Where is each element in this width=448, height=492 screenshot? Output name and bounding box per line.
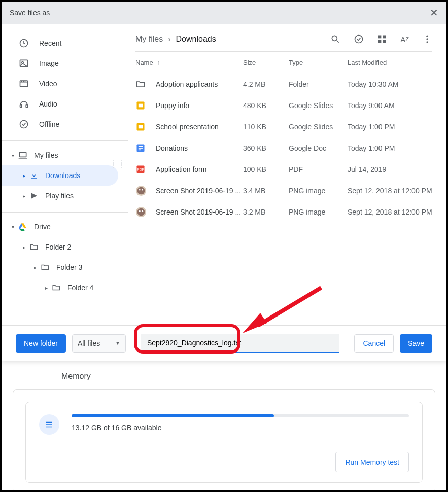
svg-rect-13 xyxy=(378,36,382,39)
file-size: 480 KB xyxy=(243,101,289,110)
file-type-filter[interactable]: All files ▼ xyxy=(72,334,126,353)
memory-progress xyxy=(72,414,409,417)
file-row[interactable]: Screen Shot 2019-06-19 ...3.2 MBPNG imag… xyxy=(128,201,446,223)
svg-rect-10 xyxy=(19,152,26,157)
svg-point-11 xyxy=(332,36,337,41)
audio-icon xyxy=(19,99,29,109)
filename-input[interactable] xyxy=(141,334,339,353)
offline-icon xyxy=(19,119,29,129)
sidebar-item-playfiles[interactable]: ▸ Play files xyxy=(2,186,128,206)
sidebar-item-audio[interactable]: Audio xyxy=(2,94,128,114)
column-type[interactable]: Type xyxy=(289,59,348,66)
folder-icon xyxy=(40,262,50,272)
file-modified: Today 10:30 AM xyxy=(348,80,432,88)
checkmark-circle-icon[interactable] xyxy=(354,34,364,44)
sidebar-item-image[interactable]: Image xyxy=(2,53,128,74)
file-row[interactable]: Screen Shot 2019-06-19 ...3.4 MBPNG imag… xyxy=(128,180,446,201)
download-icon xyxy=(29,170,39,181)
column-modified[interactable]: Last Modified xyxy=(348,59,432,66)
file-type: Google Slides xyxy=(289,123,348,131)
thumb-icon xyxy=(135,206,156,218)
file-row[interactable]: PDFApplication form100 KBPDFJul 14, 2019 xyxy=(128,159,446,180)
more-icon[interactable] xyxy=(422,34,432,44)
svg-point-35 xyxy=(137,208,145,216)
svg-point-19 xyxy=(426,41,428,43)
file-name: School presentation xyxy=(156,123,243,131)
file-modified: Sept 12, 2018 at 12:00 PM xyxy=(348,187,432,195)
sidebar-item-label: Downloads xyxy=(45,171,80,180)
sidebar-item-video[interactable]: Video xyxy=(2,74,128,94)
svg-rect-25 xyxy=(139,146,143,147)
file-row[interactable]: Puppy info480 KBGoogle SlidesToday 9:00 … xyxy=(128,95,446,116)
sidebar-item-label: Folder 4 xyxy=(67,284,93,292)
resize-handle[interactable]: ⋮⋮⋮⋮ xyxy=(110,161,126,167)
sort-az-icon[interactable]: AZ xyxy=(400,34,409,44)
image-icon xyxy=(19,58,29,68)
file-row[interactable]: Adoption applicants4.2 MBFolderToday 10:… xyxy=(128,74,446,95)
column-size[interactable]: Size xyxy=(243,59,289,66)
run-memory-test-button[interactable]: Run Memory test xyxy=(335,452,409,472)
save-button[interactable]: Save xyxy=(400,334,432,353)
file-modified: Today 1:00 PM xyxy=(348,123,432,131)
folder-icon xyxy=(135,79,156,89)
svg-point-31 xyxy=(137,187,145,195)
svg-rect-2 xyxy=(46,427,52,428)
memory-available-text: 13.12 GB of 16 GB available xyxy=(72,424,409,432)
close-icon[interactable]: ✕ xyxy=(430,7,438,19)
grid-view-icon[interactable] xyxy=(377,34,387,44)
file-size: 3.4 MB xyxy=(243,187,289,195)
sidebar-item-label: Drive xyxy=(34,223,51,231)
breadcrumb-current: Downloads xyxy=(176,34,216,44)
breadcrumb: My files › Downloads xyxy=(135,34,216,44)
clock-icon xyxy=(19,38,29,48)
svg-point-9 xyxy=(20,121,28,128)
svg-rect-8 xyxy=(26,105,27,108)
filter-label: All files xyxy=(78,339,100,347)
memory-heading: Memory xyxy=(61,372,435,381)
svg-point-32 xyxy=(139,189,141,191)
file-type: Folder xyxy=(289,80,348,88)
file-modified: Today 9:00 AM xyxy=(348,101,432,110)
file-modified: Sept 12, 2018 at 12:00 PM xyxy=(348,208,432,216)
docs-icon xyxy=(135,143,156,153)
sidebar-item-drive[interactable]: ▾ Drive xyxy=(2,217,128,237)
search-icon[interactable] xyxy=(330,34,340,44)
file-size: 110 KB xyxy=(243,123,289,131)
column-name[interactable]: Name ↑ xyxy=(135,59,243,66)
file-name: Application form xyxy=(156,165,243,173)
svg-rect-14 xyxy=(383,36,386,39)
sidebar-item-folder-2[interactable]: ▸Folder 2 xyxy=(2,237,128,257)
sidebar-item-label: Video xyxy=(39,80,57,88)
sidebar: RecentImageVideoAudioOffline ⋮⋮⋮⋮ ▾ My f… xyxy=(2,24,128,325)
file-modified: Today 1:00 PM xyxy=(348,144,432,152)
svg-rect-1 xyxy=(46,424,52,425)
svg-rect-15 xyxy=(378,40,382,43)
new-folder-button[interactable]: New folder xyxy=(16,334,66,353)
sidebar-item-myfiles[interactable]: ▾ My files xyxy=(2,145,128,165)
file-size: 360 KB xyxy=(243,144,289,152)
svg-rect-26 xyxy=(139,148,143,149)
cancel-button[interactable]: Cancel xyxy=(354,334,394,353)
file-modified: Jul 14, 2019 xyxy=(348,165,432,173)
sidebar-item-offline[interactable]: Offline xyxy=(2,114,128,134)
folder-icon xyxy=(29,242,39,252)
file-name: Adoption applicants xyxy=(156,80,243,88)
file-row[interactable]: School presentation110 KBGoogle SlidesTo… xyxy=(128,116,446,137)
video-icon xyxy=(19,79,29,89)
sidebar-item-folder-3[interactable]: ▸Folder 3 xyxy=(2,257,128,277)
sidebar-item-recent[interactable]: Recent xyxy=(2,33,128,53)
breadcrumb-parent[interactable]: My files xyxy=(135,34,163,44)
svg-point-18 xyxy=(426,38,428,40)
file-type: Google Doc xyxy=(289,144,348,152)
sidebar-item-label: Folder 3 xyxy=(56,263,82,271)
sidebar-item-folder-4[interactable]: ▸Folder 4 xyxy=(2,277,128,298)
sidebar-item-downloads[interactable]: ▸ Downloads xyxy=(2,165,118,186)
file-size: 3.2 MB xyxy=(243,208,289,216)
file-row[interactable]: Donations360 KBGoogle DocToday 1:00 PM xyxy=(128,137,446,159)
svg-rect-0 xyxy=(46,422,52,423)
file-name: Donations xyxy=(156,144,243,152)
chevron-down-icon: ▼ xyxy=(115,340,120,346)
thumb-icon xyxy=(135,185,156,196)
sort-arrow-icon: ↑ xyxy=(157,59,161,66)
save-file-dialog: Save files as ✕ RecentImageVideoAudioOff… xyxy=(2,2,446,361)
